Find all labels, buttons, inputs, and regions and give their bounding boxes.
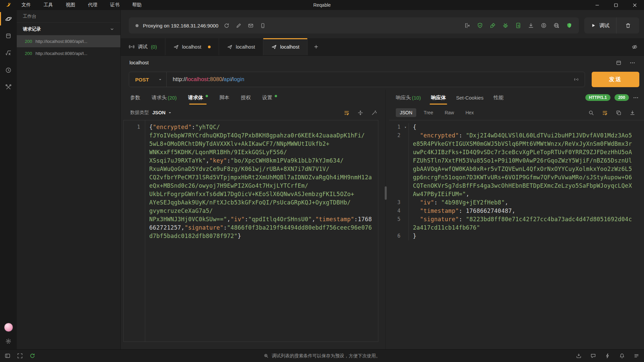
debug-start-button[interactable]: 调试 bbox=[584, 17, 616, 34]
script-file-icon[interactable]: S bbox=[515, 22, 521, 28]
maximize-button[interactable] bbox=[606, 0, 625, 10]
download-toolbar-icon[interactable] bbox=[528, 22, 534, 28]
align-center-icon[interactable] bbox=[358, 110, 363, 116]
tab-request-body[interactable]: 请求体 bbox=[188, 90, 208, 105]
chevron-down-icon[interactable] bbox=[110, 27, 114, 32]
view-hex[interactable]: Hex bbox=[462, 108, 478, 117]
rail-functions-icon[interactable] bbox=[0, 49, 17, 57]
more-options-icon[interactable] bbox=[633, 95, 639, 101]
splitter-grip[interactable] bbox=[385, 186, 387, 200]
refresh-proxy-icon[interactable] bbox=[224, 23, 229, 28]
new-tab-plus-icon[interactable] bbox=[308, 38, 324, 55]
view-json[interactable]: JSON bbox=[396, 108, 416, 117]
minimize-button[interactable] bbox=[588, 0, 606, 10]
log-list-icon[interactable] bbox=[634, 353, 639, 359]
auto-refresh-icon[interactable] bbox=[30, 353, 35, 359]
request-code[interactable]: {"encrypted":"yhTQC/fJYoIVebpW7RYCrdhuQK… bbox=[145, 120, 378, 342]
gateway-globe-icon[interactable] bbox=[553, 22, 559, 28]
edit-proxy-icon[interactable] bbox=[236, 23, 241, 28]
import-tray-icon[interactable] bbox=[576, 353, 582, 359]
debug-signal-icon[interactable] bbox=[573, 76, 579, 82]
code-token bbox=[413, 199, 420, 206]
menu-file[interactable]: 文件 bbox=[21, 2, 31, 8]
code-token: "timestamp" bbox=[420, 207, 459, 214]
code-content[interactable]: "timestamp": 1768662740487, bbox=[409, 207, 644, 215]
play-icon bbox=[591, 23, 596, 28]
history-item[interactable]: 200 http://localhost:8080/api/l... bbox=[17, 47, 120, 59]
notifications-bell-icon[interactable] bbox=[619, 353, 625, 359]
rail-settings-gear-icon[interactable] bbox=[5, 338, 12, 345]
history-item[interactable]: 200 http://localhost:8080/api/l... bbox=[17, 35, 120, 47]
mirror-mode-icon[interactable] bbox=[464, 22, 470, 28]
rewrite-pen-icon[interactable] bbox=[490, 22, 496, 28]
tab-response-headers[interactable]: 响应头(10) bbox=[396, 90, 421, 105]
toggle-sidebar-icon[interactable] bbox=[5, 353, 10, 359]
copy-icon[interactable] bbox=[616, 110, 622, 116]
format-wand-icon[interactable] bbox=[371, 110, 377, 116]
code-content[interactable]: "signature": "8223bd8ff80e71c42f27cc4ba7… bbox=[409, 215, 644, 232]
tab-set-cookies[interactable]: Set-Cookies bbox=[456, 90, 484, 105]
request-body-editor[interactable]: 1 {"encrypted":"yhTQC/fJYoIVebpW7RYCrdhu… bbox=[123, 120, 378, 342]
more-options-icon[interactable] bbox=[630, 60, 635, 66]
rail-toolbox-icon[interactable] bbox=[0, 83, 17, 91]
menu-view[interactable]: 视图 bbox=[66, 2, 75, 8]
close-button[interactable] bbox=[625, 0, 644, 10]
fullscreen-icon[interactable] bbox=[17, 353, 23, 359]
search-icon[interactable] bbox=[588, 110, 594, 116]
code-content[interactable]: } bbox=[409, 232, 644, 240]
fold-arrow-icon[interactable]: ▾ bbox=[402, 123, 409, 131]
menu-proxy[interactable]: 代理 bbox=[88, 2, 97, 8]
tab-script[interactable]: 脚本 bbox=[219, 90, 229, 105]
tab-auth[interactable]: 授权 bbox=[241, 90, 251, 105]
url-input[interactable]: http://localhost:8080/api/login bbox=[167, 76, 251, 82]
code-token: "Dxj2I4wD4QLVSl0L60LdTVui2buHP1JVDvfAV01… bbox=[413, 132, 632, 197]
code-token: "iv" bbox=[230, 216, 245, 223]
menu-help[interactable]: 帮助 bbox=[132, 2, 142, 8]
panel-splitter[interactable] bbox=[382, 90, 389, 349]
tab-params[interactable]: 参数 bbox=[130, 90, 140, 105]
tab-performance[interactable]: 性能 bbox=[493, 90, 503, 105]
tab-debug-list[interactable]: 调试(0) bbox=[121, 38, 165, 55]
tab-localhost-3-active[interactable]: localhost bbox=[263, 38, 308, 55]
tab-localhost-2[interactable]: localhost bbox=[219, 38, 263, 55]
send-button[interactable]: 发送 bbox=[592, 72, 639, 87]
response-body-viewer[interactable]: 1▾{2 "encrypted": "Dxj2I4wD4QLVSl0L60LdT… bbox=[389, 120, 644, 349]
tab-response-body[interactable]: 响应体 bbox=[431, 90, 446, 105]
history-url: http://localhost:8080/api/l... bbox=[36, 39, 88, 44]
menu-tools[interactable]: 工具 bbox=[44, 2, 53, 8]
request-history-header[interactable]: 请求记录 bbox=[17, 23, 120, 35]
vpn-shield-icon[interactable] bbox=[566, 22, 572, 28]
flash-icon[interactable] bbox=[605, 353, 610, 359]
user-avatar[interactable] bbox=[4, 323, 13, 332]
record-drop-icon[interactable] bbox=[541, 22, 547, 28]
mobile-device-icon[interactable] bbox=[260, 23, 266, 28]
code-content[interactable]: { bbox=[409, 123, 644, 131]
word-wrap-icon[interactable] bbox=[344, 110, 350, 116]
save-session-icon[interactable] bbox=[616, 60, 622, 66]
view-raw[interactable]: Raw bbox=[441, 108, 458, 117]
tab-settings[interactable]: 设置 bbox=[262, 90, 277, 105]
session-tabbar: 调试(0) localhost localhost localhost bbox=[121, 38, 644, 56]
menu-certificate[interactable]: 证书 bbox=[110, 2, 119, 8]
code-content[interactable]: "encrypted": "Dxj2I4wD4QLVSl0L60LdTVui2b… bbox=[409, 131, 644, 198]
datatype-select[interactable]: JSON bbox=[152, 110, 166, 115]
feedback-message-icon[interactable] bbox=[590, 353, 596, 359]
tab-localhost-1[interactable]: localhost bbox=[165, 38, 219, 55]
caret-down-icon[interactable] bbox=[168, 111, 172, 115]
hide-preview-eye-off-icon[interactable] bbox=[625, 38, 644, 55]
workspace-label[interactable]: 工作台 bbox=[17, 10, 120, 23]
ssl-verify-icon[interactable] bbox=[477, 22, 483, 28]
mail-icon[interactable] bbox=[248, 23, 254, 28]
request-panel: 参数 请求头(20) 请求体 脚本 授权 设置 数据类型 JSON bbox=[121, 90, 382, 349]
code-content[interactable]: "iv": "4b98Vg+jEY2fHeb8", bbox=[409, 198, 644, 207]
clear-trash-icon[interactable] bbox=[616, 23, 639, 28]
rail-collections-icon[interactable] bbox=[0, 32, 17, 40]
download-icon[interactable] bbox=[630, 110, 635, 116]
debugger-bug-icon[interactable] bbox=[502, 22, 508, 28]
rail-history-icon[interactable] bbox=[0, 66, 17, 74]
view-tree[interactable]: Tree bbox=[420, 108, 437, 117]
word-wrap-icon[interactable] bbox=[602, 110, 608, 116]
rail-api-workbench-icon[interactable] bbox=[0, 15, 17, 23]
tab-request-headers[interactable]: 请求头(20) bbox=[152, 90, 177, 105]
method-select[interactable]: POST bbox=[129, 72, 167, 87]
